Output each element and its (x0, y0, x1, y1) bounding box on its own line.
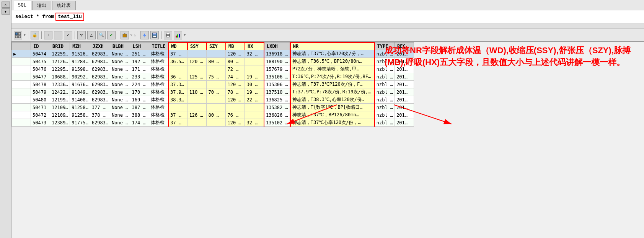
table-cell: 体格检 (149, 104, 168, 111)
minus-btn[interactable]: − (54, 31, 62, 39)
table-cell (12, 111, 31, 119)
table-cell: 神志清，T37℃，BP126/80mn… (290, 111, 374, 119)
table-cell: 201… (395, 104, 414, 111)
table-cell: 120 … (187, 58, 207, 65)
filter-up-btn[interactable]: △ (87, 31, 96, 39)
svg-rect-13 (177, 34, 178, 37)
bag-btn[interactable] (121, 31, 129, 39)
col-indicator (12, 42, 31, 50)
table-cell: 224 … (130, 81, 149, 88)
table-cell: 50476 (31, 65, 50, 73)
table-cell (245, 58, 264, 65)
table-cell: 36.5… (168, 58, 187, 65)
table-cell: 62983… (90, 88, 110, 96)
table-cell: 91284… (70, 58, 90, 65)
hscroll-bar[interactable] (11, 23, 644, 29)
col-id: ID (31, 42, 50, 50)
table-cell: 192 … (130, 58, 149, 65)
lock-icon-btn[interactable]: 🔒 (31, 31, 39, 39)
add-btn[interactable]: + (44, 31, 52, 39)
table-cell: 135106 … (264, 73, 290, 81)
print-btn[interactable] (164, 31, 172, 39)
dropdown-arrow3[interactable]: △ (134, 33, 136, 37)
table-cell (245, 65, 264, 73)
sep2 (41, 31, 42, 39)
table-cell: 10688… (50, 73, 70, 81)
table-cell (187, 96, 207, 104)
table-cell: 体格检 (149, 88, 168, 96)
sql-table-name[interactable]: test_liu (55, 13, 84, 21)
table-cell: 91408… (70, 96, 90, 104)
sep4 (118, 31, 118, 39)
lightning-btn[interactable] (140, 31, 149, 39)
tab-sql[interactable]: SQL (13, 1, 31, 10)
table-cell: 50479 (31, 88, 50, 96)
col-mzh: MZH (70, 42, 90, 50)
col-jzxh: JZXH (90, 42, 110, 50)
table-cell: 50478 (31, 81, 50, 88)
table-cell: T:36℃,P:74次/分,R:19次/份,BF… (290, 73, 374, 81)
table-row: ▶5047412259…91526…62983…None …251 …体格检37… (12, 50, 414, 58)
sep3 (75, 31, 75, 39)
table-cell: 50472 (31, 111, 50, 119)
table-cell: None … (110, 50, 130, 58)
dropdown-arrow2[interactable]: ▽ (130, 33, 132, 37)
table-cell: 36 … (168, 73, 187, 81)
table-cell (207, 65, 226, 73)
table-cell: 201… (395, 81, 414, 88)
col-brid: BRID (50, 42, 70, 50)
table-cell: 体格检 (149, 111, 168, 119)
table-cell: 120 … (226, 96, 245, 104)
table-row: 5047312389…91775…62983…None …174 …体格检37 … (12, 119, 414, 127)
grid-icon-btn[interactable] (14, 31, 22, 39)
table-cell: 201… (395, 58, 414, 65)
chart-btn[interactable] (174, 31, 182, 39)
dropdown-arrow[interactable]: ▼ (24, 33, 26, 37)
tick-btn[interactable]: ✔ (107, 31, 116, 39)
table-cell: 50475 (31, 58, 50, 65)
table-cell (207, 96, 226, 104)
table-cell: None … (110, 58, 130, 65)
chart-dropdown[interactable]: ▼ (184, 33, 186, 37)
table-cell: 62983… (90, 96, 110, 104)
check-btn[interactable]: ✓ (64, 31, 72, 39)
col-type: TYPE (374, 42, 395, 50)
table-row: 5047710688…90292…62983…None …233 …体格检36 … (12, 73, 414, 81)
save-btn[interactable] (150, 31, 159, 39)
table-cell: 233 … (130, 73, 149, 81)
table-cell: 体格检 (149, 119, 168, 127)
table-cell (12, 81, 31, 88)
svg-rect-11 (166, 36, 170, 37)
col-lxdh: LXDH (264, 42, 290, 50)
collapse-btn[interactable]: ▼ (2, 8, 10, 15)
svg-rect-4 (123, 34, 127, 37)
close-btn[interactable]: ✕ (2, 2, 10, 8)
tab-output[interactable]: 输出 (32, 1, 51, 10)
table-cell: 体格检 (149, 58, 168, 65)
table-cell: 神志清，T36.5℃，BP120/80n… (290, 58, 374, 65)
col-blbh: BLBH (110, 42, 130, 50)
table-row: 5047212109…91258…378 …None …388 …体格检37 …… (12, 111, 414, 119)
table-cell: 50477 (31, 73, 50, 81)
filter-down-btn[interactable]: ▽ (77, 31, 86, 39)
table-cell: 19 … (245, 88, 264, 96)
table-cell: 神志清，T38.3℃,心率120次/份… (290, 96, 374, 104)
tab-stats[interactable]: 统计表 (52, 1, 76, 10)
sep5 (138, 31, 138, 39)
table-wrapper[interactable]: ID BRID MZH JZXH BLBH LSH TITLE WD SSY S… (11, 42, 644, 238)
search-btn[interactable]: 🔍 (97, 31, 106, 39)
table-cell: 50473 (31, 119, 50, 127)
table-cell: 12126… (50, 58, 70, 65)
table-cell: 62983… (90, 73, 110, 81)
table-cell (12, 73, 31, 81)
table-row: 5047812336…91676…62983…None …224 …体格检37.… (12, 81, 414, 88)
table-cell (187, 81, 207, 88)
table-cell (187, 50, 207, 58)
table-cell: nzbl … (374, 65, 395, 73)
table-cell: 22 … (245, 96, 264, 104)
table-cell: 201… (395, 50, 414, 58)
table-cell: None … (110, 104, 130, 111)
table-cell: 120 … (226, 81, 245, 88)
table-cell (187, 104, 207, 111)
table-cell: nzbl … (374, 88, 395, 96)
